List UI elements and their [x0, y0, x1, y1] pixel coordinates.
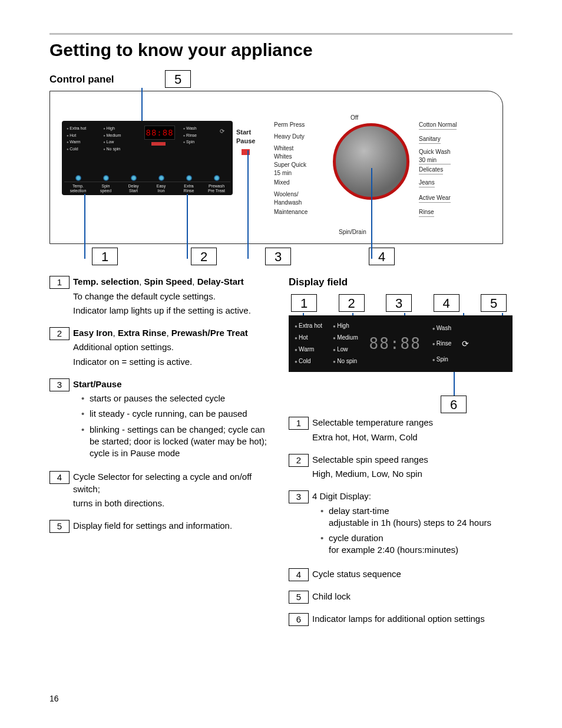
display-field-diagram: 12345 Extra hotHotWarmCold HighMediumLow…: [289, 294, 513, 405]
callout-3: 3: [265, 248, 291, 265]
legend-bullet: cycle durationfor example 2:40 (hours:mi…: [320, 532, 513, 556]
legend-item: 5Child lock: [289, 591, 513, 605]
knob-label-left: Woolens/Handwash: [274, 190, 302, 206]
callout-2: 2: [191, 248, 217, 265]
display-indicator: Spin: [432, 355, 452, 364]
legend-number: 4: [49, 471, 70, 484]
section-control-panel: Control panel: [49, 73, 513, 87]
legend-number: 3: [49, 378, 70, 391]
legend-item: 34 Digit Display:delay start-timeadjusta…: [289, 490, 513, 559]
indicator-label: Rinse: [183, 133, 216, 138]
knob-off: Off: [351, 114, 358, 122]
display-indicator: Low: [333, 345, 358, 354]
legend-title: Temp. selection, Spin Speed, Delay-Start: [73, 276, 271, 288]
legend-text: 4 Digit Display:: [312, 490, 513, 502]
panel-button: DelayStart: [120, 182, 147, 193]
indicator-label: Low: [103, 139, 136, 144]
legend-number: 6: [289, 613, 309, 626]
legend-number: 1: [49, 276, 70, 289]
legend-text: Child lock: [312, 591, 513, 602]
led-display: 88:88: [144, 126, 175, 140]
legend-bullet: starts or pauses the selected cycle: [81, 393, 271, 404]
knob-label-right: Sanitary: [419, 135, 441, 144]
legend-item: 3Start/Pausestarts or pauses the selecte…: [49, 378, 271, 463]
legend-text: turns in both directions.: [73, 498, 271, 509]
indicator-label: No spin: [103, 146, 136, 151]
legend-title: Easy Iron, Extra Rinse, Prewash/Pre Trea…: [73, 327, 271, 339]
legend-item: 1Selectable temperature rangesExtra hot,…: [289, 417, 513, 446]
indicator-label: Wash: [183, 126, 216, 131]
page-title: Getting to know your appliance: [49, 38, 513, 62]
knob-label-left: WhitestWhites: [274, 144, 293, 160]
legend-number: 5: [49, 520, 70, 533]
child-lock-icon: ⟳: [462, 338, 469, 350]
legend-text: Extra hot, Hot, Warm, Cold: [312, 431, 513, 443]
legend-item: 2Easy Iron, Extra Rinse, Prewash/Pre Tre…: [49, 327, 271, 370]
legend-number: 1: [289, 417, 309, 430]
legend-number: 5: [289, 591, 309, 604]
display-indicator: Warm: [295, 345, 322, 354]
panel-button: ExtraRinse: [175, 182, 203, 193]
legend-item: 6Indicator lamps for additional option s…: [289, 613, 513, 627]
knob-label-left: Super Quick15 min: [274, 161, 306, 177]
knob-label-left: Heavy Duty: [274, 133, 305, 141]
knob-label-right: Cotton Normal: [419, 121, 457, 130]
display-indicator: High: [333, 322, 358, 330]
legend-text: To change the default cycle settings.: [73, 291, 271, 302]
display-led: 88:88: [369, 332, 422, 355]
legend-text: Selectable spin speed ranges: [312, 454, 513, 466]
callout-1: 1: [92, 248, 118, 265]
knob-label-right: Quick Wash30 min: [419, 148, 451, 164]
legend-text: Cycle status sequence: [312, 568, 513, 580]
knob-label-left: Mixed: [274, 179, 290, 187]
legend-text: Indicator lamps for additional option se…: [312, 613, 513, 625]
legend-bullet: blinking - settings can be changed; cycl…: [81, 424, 271, 460]
panel-button: Temp.selection: [64, 182, 92, 193]
black-display-panel: Extra hotHotWarmCold HighMediumLowNo spi…: [62, 121, 233, 195]
knob-label-left: Maintenance: [274, 208, 308, 216]
display-callout: 4: [434, 294, 459, 312]
control-panel-diagram: 5 Extra hotHotWarmCold HighMediumLowNo s…: [49, 91, 513, 265]
legend-text: Cycle Selector for selecting a cycle and…: [73, 471, 271, 495]
legend-item: 2Selectable spin speed rangesHigh, Mediu…: [289, 454, 513, 483]
knob-label-right: Delicates: [419, 166, 443, 174]
legend-item: 1Temp. selection, Spin Speed, Delay-Star…: [49, 276, 271, 319]
indicator-label: Hot: [67, 133, 100, 138]
indicator-label: Cold: [67, 146, 100, 151]
indicator-label: Extra hot: [67, 126, 100, 131]
legend-bullet: delay start-timeadjustable in 1h (hours)…: [320, 505, 513, 529]
legend-control-panel: 1Temp. selection, Spin Speed, Delay-Star…: [49, 276, 271, 635]
display-indicator: Cold: [295, 357, 322, 365]
panel-button: Spinspeed: [92, 182, 120, 193]
knob-label-right: Rinse: [419, 208, 434, 217]
display-callout: 2: [339, 294, 365, 312]
knob-label-left: Perm Press: [274, 121, 305, 129]
legend-item: 5Display field for settings and informat…: [49, 520, 271, 534]
knob-label-right: Active Wear: [419, 194, 451, 203]
legend-text: Indicator on = setting is active.: [73, 356, 271, 368]
knob-label-right: Jeans: [419, 179, 435, 187]
display-indicator: Wash: [432, 324, 452, 332]
legend-display-field: 1Selectable temperature rangesExtra hot,…: [289, 417, 513, 627]
display-indicator: Rinse: [432, 340, 452, 348]
legend-number: 2: [289, 454, 309, 467]
panel-button: PrewashPre Treat: [203, 182, 230, 193]
section-display-field: Display field: [289, 276, 513, 289]
display-indicator: No spin: [333, 357, 358, 365]
legend-text: Additional option settings.: [73, 341, 271, 353]
display-callout-6: 6: [441, 396, 467, 413]
legend-text: Indicator lamp lights up if the setting …: [73, 305, 271, 317]
legend-item: 4Cycle Selector for selecting a cycle an…: [49, 471, 271, 512]
indicator-label: High: [103, 126, 136, 131]
display-callout: 5: [481, 294, 507, 312]
display-indicator: Medium: [333, 334, 358, 342]
legend-bullet: lit steady - cycle running, can be pause…: [81, 408, 271, 420]
start-pause-label: Start Pause: [236, 128, 255, 155]
indicator-label: Spin: [183, 139, 216, 144]
page-number: 16: [49, 693, 59, 704]
callout-5: 5: [165, 70, 191, 88]
legend-text: Display field for settings and informati…: [73, 520, 271, 532]
legend-number: 4: [289, 568, 309, 581]
callout-4: 4: [369, 248, 395, 265]
display-indicator: Hot: [295, 334, 322, 342]
